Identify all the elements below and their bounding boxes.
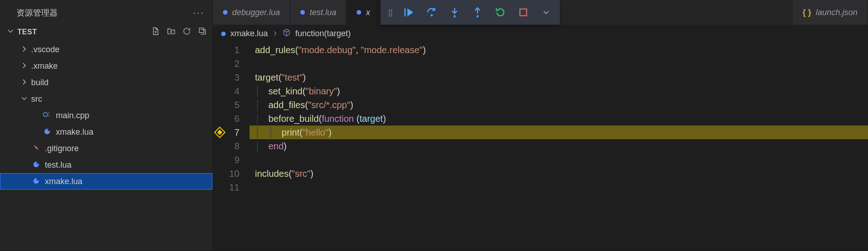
line-number-gutter: 1234567891011	[213, 43, 250, 251]
code-line[interactable]: target("test")	[250, 71, 868, 84]
step-into-button[interactable]	[448, 6, 461, 19]
cpp-icon: ++	[42, 110, 52, 121]
code-line[interactable]	[250, 57, 868, 71]
lua-icon	[300, 10, 305, 15]
svg-point-14	[454, 15, 456, 17]
continue-button[interactable]	[402, 6, 415, 19]
file-node[interactable]: test.lua	[0, 157, 212, 173]
svg-point-13	[431, 14, 433, 16]
explorer-actions	[151, 27, 207, 38]
tab-launch-json[interactable]: { } launch.json	[792, 0, 868, 25]
code-line[interactable]: │ end)	[250, 139, 868, 153]
editor-tab[interactable]: test.lua	[290, 0, 347, 25]
lua-icon	[221, 32, 226, 36]
node-label: xmake.lua	[45, 177, 82, 186]
tab-label: debugger.lua	[232, 8, 280, 17]
explorer-section-header[interactable]: TEST	[0, 24, 212, 40]
node-label: .gitignore	[45, 144, 79, 153]
svg-point-1	[43, 112, 48, 116]
editor-area: debugger.luatest.luax ⣿	[213, 0, 868, 251]
file-node[interactable]: xmake.lua	[0, 124, 212, 140]
code-line[interactable]: │ set_kind("binary")	[250, 84, 868, 98]
file-tree: .vscode.xmakebuildsrc++main.cppxmake.lua…	[0, 40, 212, 193]
tab-label: test.lua	[309, 8, 336, 17]
svg-rect-16	[520, 9, 527, 16]
toolbar-chevron-down-icon[interactable]	[540, 6, 553, 19]
refresh-icon[interactable]	[182, 27, 191, 38]
new-file-icon[interactable]	[151, 27, 160, 38]
node-label: build	[31, 78, 49, 87]
svg-point-7	[35, 147, 37, 148]
breadcrumb-file: xmake.lua	[230, 29, 268, 38]
svg-point-5	[48, 129, 49, 131]
chevron-down-icon	[20, 94, 28, 104]
svg-point-11	[37, 179, 38, 180]
chevron-right-icon	[20, 45, 28, 55]
code-line[interactable]: │ before_build(function (target)	[250, 112, 868, 126]
stop-button[interactable]	[517, 6, 530, 19]
lua-icon	[223, 10, 228, 15]
breadcrumb-symbol: function(target)	[295, 29, 351, 38]
explorer-title: 资源管理器	[16, 7, 58, 18]
folder-node[interactable]: .vscode	[0, 41, 212, 58]
code-line[interactable]	[250, 180, 868, 194]
breadcrumb[interactable]: xmake.lua function(target)	[213, 25, 868, 43]
chevron-right-icon	[20, 61, 28, 71]
explorer-section-label: TEST	[17, 28, 37, 36]
lua-icon	[31, 177, 41, 186]
lua-icon	[42, 127, 52, 137]
file-node[interactable]: .gitignore	[0, 140, 212, 157]
svg-point-9	[37, 162, 38, 164]
folder-node[interactable]: src	[0, 91, 212, 107]
code-content[interactable]: add_rules("mode.debug", "mode.release")t…	[250, 43, 868, 251]
git-icon	[31, 144, 41, 153]
file-node[interactable]: xmake.lua	[0, 173, 212, 190]
chevron-right-icon	[272, 29, 278, 38]
node-label: src	[31, 94, 42, 104]
node-label: main.cpp	[56, 111, 89, 120]
step-out-button[interactable]	[471, 6, 484, 19]
explorer-title-row: 资源管理器 ···	[0, 2, 212, 24]
svg-rect-12	[405, 8, 406, 16]
lua-icon	[357, 10, 361, 15]
editor-tabs: debugger.luatest.luax ⣿	[213, 0, 868, 25]
node-label: .vscode	[31, 45, 60, 55]
collapse-all-icon[interactable]	[198, 27, 207, 38]
new-folder-icon[interactable]	[167, 27, 176, 38]
code-line[interactable]: │ │ print("hello")	[250, 126, 868, 139]
folder-node[interactable]: build	[0, 74, 212, 91]
svg-point-15	[477, 15, 479, 17]
braces-icon: { }	[803, 8, 811, 17]
code-line[interactable]: includes("src")	[250, 167, 868, 180]
explorer-sidebar: 资源管理器 ··· TEST .	[0, 0, 213, 251]
folder-node[interactable]: .xmake	[0, 58, 212, 74]
node-label: .xmake	[31, 61, 58, 71]
chevron-right-icon	[20, 78, 28, 87]
svg-rect-0	[199, 28, 204, 33]
symbol-icon	[282, 28, 291, 39]
code-line[interactable]: │ add_files("src/*.cpp")	[250, 98, 868, 112]
drag-handle-icon[interactable]: ⣿	[388, 8, 392, 17]
tab-label: launch.json	[816, 8, 857, 17]
tab-label: x	[366, 8, 370, 17]
lua-icon	[31, 160, 41, 170]
step-over-button[interactable]	[425, 6, 438, 19]
chevron-down-icon	[7, 28, 14, 36]
editor-tab[interactable]: debugger.lua	[213, 0, 290, 25]
code-line[interactable]: add_rules("mode.debug", "mode.release")	[250, 43, 868, 57]
restart-button[interactable]	[494, 6, 507, 19]
more-icon[interactable]: ···	[193, 11, 204, 15]
code-line[interactable]	[250, 153, 868, 167]
code-editor[interactable]: 1234567891011 add_rules("mode.debug", "m…	[213, 43, 868, 251]
debug-toolbar[interactable]: ⣿	[380, 0, 560, 25]
editor-tab[interactable]: x	[347, 0, 380, 25]
node-label: xmake.lua	[56, 127, 93, 137]
node-label: test.lua	[45, 160, 71, 170]
file-node[interactable]: ++main.cpp	[0, 107, 212, 124]
svg-text:+: +	[48, 114, 50, 117]
